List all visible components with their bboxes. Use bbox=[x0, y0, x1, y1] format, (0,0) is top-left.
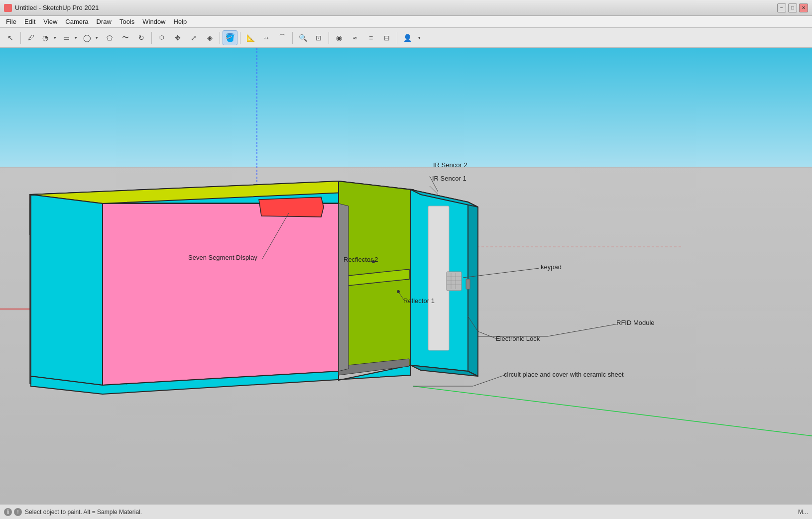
svg-text:Electronic Lock: Electronic Lock bbox=[496, 335, 540, 342]
arc-dropdown[interactable]: ▾ bbox=[51, 30, 58, 45]
svg-marker-31 bbox=[259, 197, 324, 217]
toolbar-separator-1 bbox=[20, 32, 21, 44]
zoom-tool[interactable]: 🔍 bbox=[295, 30, 310, 45]
freehand-tool[interactable]: 〜 bbox=[118, 30, 133, 45]
app-icon bbox=[4, 4, 12, 12]
menu-bar: File Edit View Camera Draw Tools Window … bbox=[0, 16, 812, 28]
zoom-window-tool[interactable]: ⊡ bbox=[311, 30, 326, 45]
svg-text:IR Sencor 1: IR Sencor 1 bbox=[432, 175, 466, 182]
rotate-tool[interactable]: ↻ bbox=[134, 30, 149, 45]
svg-text:keypad: keypad bbox=[541, 263, 562, 271]
svg-rect-23 bbox=[428, 206, 449, 350]
svg-text:Recflector 2: Recflector 2 bbox=[344, 256, 378, 263]
menu-tools[interactable]: Tools bbox=[116, 17, 138, 26]
status-message: Select object to paint. Alt = Sample Mat… bbox=[25, 509, 142, 516]
toolbar-separator-3 bbox=[220, 32, 220, 44]
eraser-tool[interactable]: 🖊 bbox=[23, 30, 38, 45]
follow-me-tool[interactable]: ◈ bbox=[202, 30, 217, 45]
menu-camera[interactable]: Camera bbox=[61, 17, 92, 26]
menu-draw[interactable]: Draw bbox=[93, 17, 116, 26]
svg-text:circuit place and cover with c: circuit place and cover with ceramic she… bbox=[504, 371, 624, 378]
title-bar: Untitled - SketchUp Pro 2021 − □ ✕ bbox=[0, 0, 812, 16]
status-right: M... bbox=[798, 509, 808, 516]
svg-text:IR Sencor 2: IR Sencor 2 bbox=[433, 161, 467, 169]
styles-tool[interactable]: ≡ bbox=[363, 30, 378, 45]
protractor-tool[interactable]: ⌒ bbox=[275, 30, 290, 45]
close-button[interactable]: ✕ bbox=[799, 3, 808, 12]
arc-tool[interactable]: ◔ bbox=[39, 30, 51, 45]
select-tool[interactable]: ↖ bbox=[3, 30, 18, 45]
toolbar-separator-6 bbox=[329, 32, 329, 44]
circle-dropdown[interactable]: ▾ bbox=[93, 30, 100, 45]
rectangle-tool[interactable]: ▭ bbox=[60, 30, 72, 45]
svg-text:Reflector 1: Reflector 1 bbox=[403, 297, 435, 305]
svg-rect-30 bbox=[466, 279, 470, 289]
polygon-tool[interactable]: ⬠ bbox=[102, 30, 117, 45]
menu-file[interactable]: File bbox=[2, 17, 20, 26]
layers-tool[interactable]: ⊟ bbox=[379, 30, 394, 45]
user-dropdown[interactable]: ▾ bbox=[416, 30, 423, 45]
toolbar-separator-4 bbox=[240, 32, 240, 44]
toolbar-separator-7 bbox=[397, 32, 397, 44]
window-title: Untitled - SketchUp Pro 2021 bbox=[15, 4, 99, 11]
soften-edges-tool[interactable]: ≈ bbox=[348, 30, 362, 45]
svg-text:RFID Module: RFID Module bbox=[616, 319, 655, 326]
svg-text:Seven Segment Display: Seven Segment Display bbox=[188, 254, 257, 261]
menu-help[interactable]: Help bbox=[170, 17, 191, 26]
canvas-area[interactable]: IR Sencor 2 IR Sencor 1 Seven Segment Di… bbox=[0, 48, 812, 504]
section-plane-tool[interactable]: ◉ bbox=[332, 30, 347, 45]
svg-marker-14 bbox=[103, 204, 339, 385]
menu-edit[interactable]: Edit bbox=[20, 17, 39, 26]
paint-bucket-tool[interactable]: 🪣 bbox=[223, 30, 237, 45]
toolbar: ↖ 🖊 ◔ ▾ ▭ ▾ ◯ ▾ ⬠ 〜 ↻ ⬡ ✥ ⤢ ◈ 🪣 📐 ↔ ⌒ 🔍 … bbox=[0, 28, 812, 48]
svg-marker-32 bbox=[339, 204, 348, 371]
scale-tool[interactable]: ⤢ bbox=[186, 30, 201, 45]
menu-view[interactable]: View bbox=[39, 17, 61, 26]
move-tool[interactable]: ✥ bbox=[170, 30, 185, 45]
toolbar-separator-2 bbox=[151, 32, 152, 44]
svg-rect-24 bbox=[447, 272, 462, 291]
minimize-button[interactable]: − bbox=[777, 3, 786, 12]
toolbar-separator-5 bbox=[292, 32, 293, 44]
status-info-icon: ℹ bbox=[4, 508, 12, 516]
user-tool[interactable]: 👤 bbox=[400, 30, 415, 45]
3d-scene: IR Sencor 2 IR Sencor 1 Seven Segment Di… bbox=[0, 48, 812, 504]
tape-measure-tool[interactable]: 📐 bbox=[243, 30, 258, 45]
circle-tool[interactable]: ◯ bbox=[81, 30, 93, 45]
svg-rect-0 bbox=[0, 48, 812, 167]
svg-marker-13 bbox=[31, 195, 103, 385]
status-warn-icon: ! bbox=[14, 508, 22, 516]
status-bar: ℹ ! Select object to paint. Alt = Sample… bbox=[0, 504, 812, 519]
window-controls[interactable]: − □ ✕ bbox=[777, 3, 808, 12]
maximize-button[interactable]: □ bbox=[788, 3, 797, 12]
rect-dropdown[interactable]: ▾ bbox=[72, 30, 79, 45]
dimensions-tool[interactable]: ↔ bbox=[259, 30, 274, 45]
menu-window[interactable]: Window bbox=[138, 17, 169, 26]
push-pull-tool[interactable]: ⬡ bbox=[154, 30, 169, 45]
svg-point-46 bbox=[397, 290, 400, 293]
